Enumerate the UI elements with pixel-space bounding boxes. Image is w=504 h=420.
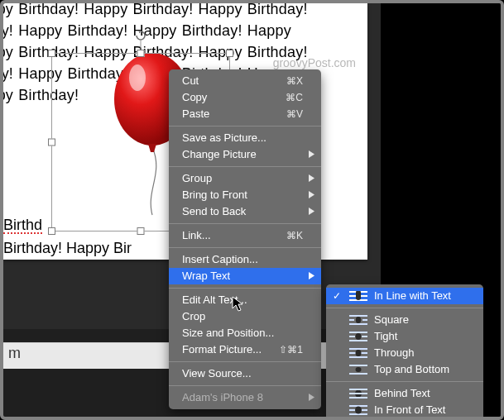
menu-separator (169, 288, 321, 289)
wrap-tight-icon (349, 332, 367, 341)
svg-rect-9 (356, 317, 361, 323)
wrap-tight[interactable]: Tight (326, 328, 483, 345)
menu-bring-to-front[interactable]: Bring to Front (169, 187, 321, 203)
menu-paste[interactable]: Paste ⌘V (169, 106, 321, 122)
svg-rect-6 (349, 319, 354, 321)
menu-group[interactable]: Group (169, 170, 321, 187)
resize-handle-w[interactable] (48, 139, 55, 146)
checkmark-icon: ✓ (333, 288, 341, 304)
svg-point-14 (356, 333, 362, 340)
rotate-handle[interactable] (136, 31, 146, 41)
wrap-square[interactable]: Square (326, 312, 483, 328)
shortcut-label: ⌘V (286, 106, 303, 122)
menu-separator (169, 361, 321, 362)
chevron-right-icon (309, 268, 314, 284)
svg-rect-23 (349, 389, 367, 390)
wrap-item-label: In Front of Text (374, 402, 445, 418)
wrap-inline-icon (349, 291, 367, 301)
svg-rect-12 (362, 336, 367, 337)
chevron-right-icon (309, 146, 314, 163)
wrap-top-bottom-icon (349, 365, 367, 375)
wrap-in-front-text[interactable]: In Front of Text (326, 402, 483, 418)
menu-send-to-back[interactable]: Send to Back (169, 203, 321, 220)
chevron-right-icon (309, 389, 314, 406)
svg-rect-17 (349, 356, 367, 358)
menu-separator (169, 247, 321, 248)
wrap-item-label: Square (374, 312, 409, 328)
menu-cut[interactable]: Cut ⌘X (169, 73, 321, 89)
wrap-inline[interactable]: ✓ In Line with Text (326, 288, 483, 304)
chevron-right-icon (309, 170, 314, 187)
menu-insert-caption[interactable]: Insert Caption... (169, 251, 321, 268)
menu-separator (326, 308, 483, 308)
menu-separator (169, 126, 321, 126)
wrap-square-icon (349, 315, 367, 325)
svg-point-21 (356, 367, 362, 372)
ruler-label: m (8, 345, 21, 362)
wrap-item-label: Through (374, 345, 414, 361)
wrap-through[interactable]: Through (326, 345, 483, 361)
wrap-item-label: Behind Text (374, 385, 430, 402)
svg-point-29 (355, 407, 362, 414)
chevron-right-icon (309, 203, 314, 220)
shortcut-label: ⌘K (286, 227, 303, 244)
chevron-right-icon (309, 187, 314, 203)
menu-edit-alt-text[interactable]: Edit Alt Text... (169, 292, 321, 308)
menu-format-picture[interactable]: Format Picture... ⇧⌘1 (169, 341, 321, 358)
resize-handle-nw[interactable] (48, 50, 55, 57)
menu-crop[interactable]: Crop (169, 308, 321, 325)
wrap-behind-icon (349, 389, 367, 399)
wrap-behind-text[interactable]: Behind Text (326, 385, 483, 402)
svg-rect-11 (349, 336, 355, 337)
menu-save-as-picture[interactable]: Save as Picture... (169, 130, 321, 146)
resize-handle-s[interactable] (137, 227, 145, 235)
doc-text-line-below[interactable]: y Birthday! Happy Bir (3, 240, 132, 257)
menu-copy[interactable]: Copy ⌘C (169, 89, 321, 106)
wrap-through-icon (349, 348, 367, 358)
svg-rect-13 (349, 340, 367, 341)
menu-change-picture[interactable]: Change Picture (169, 146, 321, 163)
wrap-in-front-icon (349, 405, 367, 415)
svg-rect-20 (349, 373, 367, 375)
wrap-text-submenu: ✓ In Line with Text Square Tight Through (326, 284, 483, 420)
menu-link[interactable]: Link... ⌘K (169, 227, 321, 244)
menu-separator (169, 223, 321, 224)
svg-rect-10 (349, 332, 367, 333)
shortcut-label: ⌘C (286, 89, 303, 106)
menu-adams-iphone: Adam's iPhone 8 (169, 389, 321, 406)
shortcut-label: ⌘X (286, 73, 303, 89)
resize-handle-ne[interactable] (226, 50, 233, 57)
menu-separator (326, 381, 483, 382)
menu-separator (169, 385, 321, 386)
menu-wrap-text[interactable]: Wrap Text (169, 268, 321, 284)
svg-rect-7 (362, 319, 367, 321)
wrap-item-label: Top and Bottom (374, 361, 449, 378)
menu-separator (169, 166, 321, 167)
svg-rect-15 (349, 348, 367, 350)
context-menu: Cut ⌘X Copy ⌘C Paste ⌘V Save as Picture.… (169, 69, 321, 409)
wrap-top-bottom[interactable]: Top and Bottom (326, 361, 483, 378)
svg-rect-24 (349, 393, 367, 394)
doc-text-line-error[interactable]: y Birthd (3, 217, 42, 234)
menu-size-and-position[interactable]: Size and Position... (169, 325, 321, 341)
svg-rect-5 (349, 315, 367, 317)
svg-point-18 (356, 350, 362, 356)
shortcut-label: ⇧⌘1 (279, 341, 303, 358)
wrap-item-label: In Line with Text (374, 288, 451, 304)
wrap-item-label: Tight (374, 328, 397, 345)
resize-handle-sw[interactable] (48, 227, 55, 235)
svg-rect-19 (349, 365, 367, 366)
watermark-text: groovyPost.com (273, 56, 356, 69)
menu-view-source[interactable]: View Source... (169, 365, 321, 382)
svg-rect-8 (349, 323, 367, 325)
svg-rect-25 (349, 397, 367, 399)
resize-handle-n[interactable] (137, 50, 145, 57)
